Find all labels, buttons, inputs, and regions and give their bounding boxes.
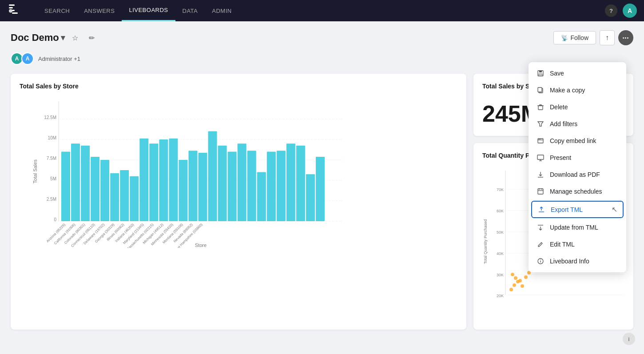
delete-label: Delete: [550, 103, 568, 111]
more-options-button[interactable]: •••: [618, 30, 633, 45]
nav-admin[interactable]: ADMIN: [205, 0, 239, 21]
download-icon: [537, 171, 545, 179]
svg-text:60K: 60K: [497, 209, 504, 213]
svg-rect-127: [538, 88, 542, 92]
dropdown-delete[interactable]: Delete: [529, 99, 626, 115]
edit-tml-label: Edit TML: [550, 241, 575, 248]
embed-icon: [537, 137, 545, 145]
dropdown-make-copy[interactable]: Make a copy: [529, 82, 626, 99]
dropdown-manage-schedules[interactable]: Manage schedules: [529, 183, 626, 200]
svg-point-4: [9, 9, 12, 13]
authors-label: Administrator +1: [38, 56, 80, 62]
svg-point-79: [511, 273, 514, 276]
manage-schedules-label: Manage schedules: [550, 188, 602, 195]
page-header: Doc Demo ▾ ☆ ✏ 📡 Follow ↑ •••: [11, 30, 633, 45]
follow-label: Follow: [571, 34, 588, 41]
svg-rect-0: [9, 4, 15, 6]
svg-rect-3: [12, 12, 18, 14]
update-icon: [537, 223, 545, 231]
title-caret-icon[interactable]: ▾: [61, 33, 65, 43]
svg-point-75: [509, 288, 513, 291]
svg-text:20K: 20K: [497, 294, 504, 298]
download-pdf-label: Download as PDF: [550, 171, 600, 178]
svg-point-81: [518, 279, 522, 282]
copy-embed-label: Copy embed link: [550, 137, 596, 144]
liveboard-info-label: Liveboard Info: [550, 258, 589, 265]
dropdown-copy-embed[interactable]: Copy embed link: [529, 132, 626, 149]
copy-icon: [537, 86, 545, 94]
nav-links: SEARCH ANSWERS LIVEBOARDS DATA ADMIN: [37, 0, 239, 21]
nav-right: ? A: [605, 4, 637, 18]
dropdown-update-from-tml[interactable]: Update from TML: [529, 219, 626, 236]
edit-tml-icon: [537, 240, 545, 248]
more-icon: •••: [623, 35, 629, 40]
svg-text:50K: 50K: [497, 230, 504, 235]
dropdown-edit-tml[interactable]: Edit TML: [529, 236, 626, 253]
svg-marker-130: [538, 122, 543, 126]
svg-rect-140: [538, 189, 543, 194]
present-label: Present: [550, 154, 571, 161]
help-button[interactable]: ?: [605, 4, 617, 17]
header-actions: 📡 Follow ↑ •••: [553, 30, 633, 45]
save-icon: [537, 69, 545, 77]
edit-button[interactable]: ✏: [85, 31, 99, 44]
svg-point-80: [521, 284, 524, 288]
page-title: Doc Demo ▾: [11, 32, 65, 44]
save-label: Save: [550, 70, 564, 77]
make-copy-label: Make a copy: [550, 87, 585, 94]
svg-rect-1: [9, 7, 13, 8]
svg-rect-124: [539, 71, 542, 72]
filter-icon: [537, 120, 545, 128]
nav-liveboards[interactable]: LIVEBOARDS: [122, 0, 175, 21]
svg-text:30K: 30K: [497, 273, 504, 277]
dropdown-menu: Save Make a copy Delete Add filters Copy…: [529, 62, 626, 272]
svg-text:70K: 70K: [497, 187, 504, 192]
present-icon: [537, 154, 545, 162]
nav-data[interactable]: DATA: [175, 0, 205, 21]
dropdown-download-pdf[interactable]: Download as PDF: [529, 166, 626, 183]
export-icon: [537, 206, 545, 214]
top-navigation: SEARCH ANSWERS LIVEBOARDS DATA ADMIN ? A: [0, 0, 644, 21]
svg-text:40K: 40K: [497, 251, 504, 256]
share-button[interactable]: ↑: [600, 30, 615, 45]
dropdown-save[interactable]: Save: [529, 65, 626, 82]
svg-rect-135: [537, 155, 544, 159]
follow-button[interactable]: 📡 Follow: [553, 31, 596, 44]
schedule-icon: [537, 187, 545, 195]
svg-text:Total Quantity Purchased: Total Quantity Purchased: [483, 219, 488, 264]
bar-chart-card: Total Sales by Store Total Sales 0: [11, 74, 466, 330]
svg-point-78: [514, 276, 517, 280]
trash-icon: [537, 103, 545, 111]
cursor-icon: ↖: [612, 205, 617, 214]
dropdown-present[interactable]: Present: [529, 149, 626, 166]
author-avatar-2: A: [21, 52, 34, 65]
share-icon: ↑: [605, 34, 609, 42]
nav-answers[interactable]: ANSWERS: [77, 0, 122, 21]
svg-point-82: [524, 275, 528, 279]
follow-icon: 📡: [561, 35, 568, 41]
dropdown-liveboard-info[interactable]: Liveboard Info: [529, 253, 626, 270]
svg-rect-125: [539, 74, 542, 76]
dropdown-add-filters[interactable]: Add filters: [529, 115, 626, 132]
add-filters-label: Add filters: [550, 120, 577, 127]
info-icon: [537, 257, 545, 265]
dropdown-export-tml[interactable]: Export TML ↖: [531, 201, 624, 218]
user-avatar[interactable]: A: [623, 4, 637, 18]
svg-point-150: [540, 259, 541, 260]
page-title-area: Doc Demo ▾ ☆ ✏: [11, 31, 99, 44]
app-logo[interactable]: [7, 3, 23, 19]
svg-point-76: [513, 283, 516, 287]
svg-point-134: [540, 139, 541, 140]
bar-chart-title: Total Sales by Store: [20, 83, 457, 90]
update-from-tml-label: Update from TML: [550, 224, 598, 231]
star-button[interactable]: ☆: [68, 31, 82, 44]
bar-chart-y-label: Total Sales: [32, 159, 38, 183]
svg-rect-128: [538, 106, 543, 110]
nav-search[interactable]: SEARCH: [37, 0, 77, 21]
svg-point-133: [539, 139, 540, 140]
export-tml-label: Export TML: [551, 206, 583, 213]
